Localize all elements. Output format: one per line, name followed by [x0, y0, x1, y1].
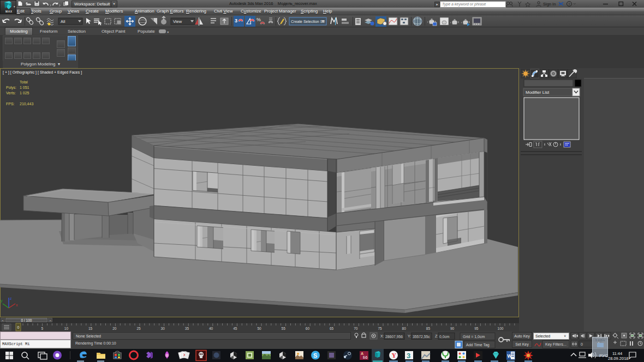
svg-text:95: 95 [474, 327, 479, 330]
svg-text:3: 3 [235, 18, 237, 23]
svg-text:%: % [257, 17, 261, 22]
svg-text:30: 30 [161, 327, 165, 330]
svg-text:11:44: 11:44 [612, 351, 622, 356]
svg-text:Б6: Б6 [363, 355, 368, 359]
svg-text:55: 55 [282, 327, 286, 330]
svg-text:?: ? [568, 2, 570, 6]
svg-text:65: 65 [330, 327, 334, 330]
svg-text:10: 10 [64, 327, 69, 330]
svg-text:85: 85 [426, 327, 431, 330]
svg-text:y: y [1, 299, 3, 303]
svg-text:Y: Y [392, 352, 397, 359]
svg-text:Key Filters...: Key Filters... [545, 342, 567, 347]
svg-text:Z:: Z: [435, 334, 438, 338]
svg-text:70: 70 [354, 327, 358, 330]
svg-text:Grid = 1,0cm: Grid = 1,0cm [463, 335, 485, 339]
svg-text:35572,55c: 35572,55c [413, 335, 430, 339]
svg-text:20: 20 [112, 327, 117, 330]
svg-text:S: S [313, 352, 317, 359]
svg-text:25: 25 [136, 327, 141, 330]
svg-text:Sign In: Sign In [543, 2, 556, 7]
svg-text:28.09.2018: 28.09.2018 [608, 356, 629, 361]
svg-text:А: А [361, 352, 363, 355]
svg-text:All: All [61, 19, 65, 24]
svg-text:Create Selection Se: Create Selection Se [291, 20, 325, 23]
svg-text:35: 35 [185, 327, 189, 330]
svg-text:z: z [10, 297, 12, 300]
svg-text:15: 15 [88, 327, 93, 330]
svg-text:0: 0 [581, 342, 583, 346]
svg-text:5: 5 [41, 327, 43, 330]
svg-text:View: View [173, 19, 182, 24]
svg-text:Y:: Y: [408, 334, 411, 338]
svg-text:Add Time Tag: Add Time Tag [466, 343, 490, 347]
svg-text:75: 75 [378, 327, 382, 330]
svg-text:40: 40 [209, 327, 213, 330]
svg-text:100: 100 [498, 327, 504, 330]
svg-text:0,0cm: 0,0cm [439, 335, 450, 339]
svg-text:50: 50 [257, 327, 261, 330]
svg-text:X:: X: [380, 334, 384, 338]
svg-text:3: 3 [407, 352, 410, 360]
svg-text:28607,956: 28607,956 [385, 335, 403, 339]
svg-text:80: 80 [402, 327, 407, 330]
svg-text:x: x [16, 303, 18, 307]
svg-text:90: 90 [450, 327, 455, 330]
svg-text:60: 60 [306, 327, 310, 330]
svg-text:Modifier List: Modifier List [526, 90, 550, 95]
svg-text:45: 45 [233, 327, 237, 330]
